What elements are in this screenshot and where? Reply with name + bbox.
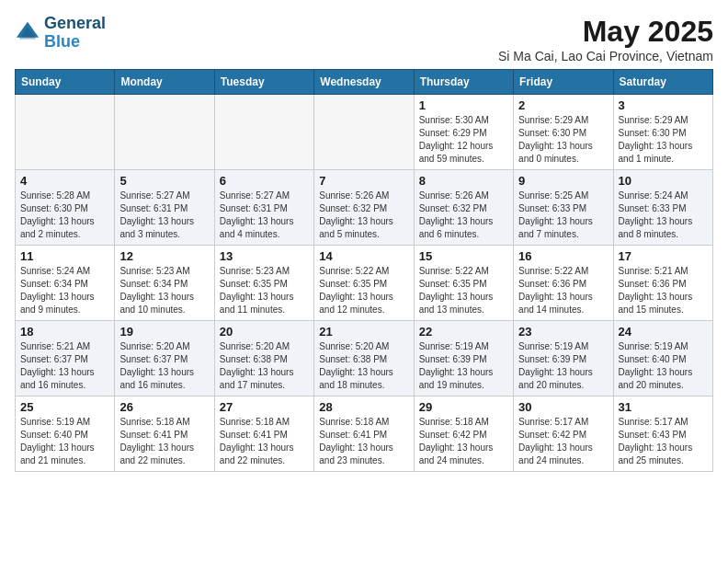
calendar-cell: 5Sunrise: 5:27 AM Sunset: 6:31 PM Daylig… [115,170,214,246]
day-number: 2 [518,98,608,112]
day-info: Sunrise: 5:24 AM Sunset: 6:33 PM Dayligh… [619,190,708,241]
calendar-cell: 17Sunrise: 5:21 AM Sunset: 6:36 PM Dayli… [613,246,712,321]
day-info: Sunrise: 5:19 AM Sunset: 6:39 PM Dayligh… [518,340,608,392]
page-header: General Blue May 2025 Si Ma Cai, Lao Cai… [15,15,713,63]
day-info: Sunrise: 5:17 AM Sunset: 6:42 PM Dayligh… [518,416,608,467]
day-info: Sunrise: 5:18 AM Sunset: 6:41 PM Dayligh… [220,416,309,467]
calendar-cell: 19Sunrise: 5:20 AM Sunset: 6:37 PM Dayli… [115,321,214,396]
calendar-cell [115,95,214,170]
day-number: 9 [518,174,608,188]
calendar-cell: 6Sunrise: 5:27 AM Sunset: 6:31 PM Daylig… [214,170,313,246]
calendar-cell: 15Sunrise: 5:22 AM Sunset: 6:35 PM Dayli… [414,246,513,321]
day-number: 8 [419,174,508,188]
day-number: 29 [419,400,508,414]
month-title: May 2025 [498,15,713,49]
weekday-header-sunday: Sunday [16,70,115,95]
day-info: Sunrise: 5:27 AM Sunset: 6:31 PM Dayligh… [119,190,209,241]
calendar-week-2: 4Sunrise: 5:28 AM Sunset: 6:30 PM Daylig… [16,170,713,246]
calendar-cell: 2Sunrise: 5:29 AM Sunset: 6:30 PM Daylig… [514,95,613,170]
calendar-cell: 29Sunrise: 5:18 AM Sunset: 6:42 PM Dayli… [414,396,513,472]
day-number: 4 [20,174,109,188]
day-number: 25 [20,400,109,414]
day-number: 20 [220,325,309,339]
day-info: Sunrise: 5:18 AM Sunset: 6:41 PM Dayligh… [119,416,209,467]
calendar-cell: 23Sunrise: 5:19 AM Sunset: 6:39 PM Dayli… [514,321,613,396]
calendar-cell: 14Sunrise: 5:22 AM Sunset: 6:35 PM Dayli… [314,246,414,321]
day-info: Sunrise: 5:29 AM Sunset: 6:30 PM Dayligh… [619,114,708,166]
title-area: May 2025 Si Ma Cai, Lao Cai Province, Vi… [498,15,713,63]
calendar-cell: 3Sunrise: 5:29 AM Sunset: 6:30 PM Daylig… [613,95,712,170]
calendar-cell [16,95,115,170]
day-number: 16 [518,249,608,263]
day-info: Sunrise: 5:29 AM Sunset: 6:30 PM Dayligh… [518,114,608,166]
day-number: 30 [518,400,608,414]
weekday-header-row: SundayMondayTuesdayWednesdayThursdayFrid… [16,70,713,95]
day-info: Sunrise: 5:17 AM Sunset: 6:43 PM Dayligh… [619,416,708,467]
day-info: Sunrise: 5:21 AM Sunset: 6:36 PM Dayligh… [619,265,708,316]
day-number: 13 [220,249,309,263]
weekday-header-wednesday: Wednesday [314,70,414,95]
day-number: 15 [419,249,508,263]
calendar-cell: 1Sunrise: 5:30 AM Sunset: 6:29 PM Daylig… [414,95,513,170]
calendar-cell: 18Sunrise: 5:21 AM Sunset: 6:37 PM Dayli… [16,321,115,396]
day-number: 6 [220,174,309,188]
day-number: 3 [619,98,708,112]
day-number: 12 [119,249,209,263]
weekday-header-saturday: Saturday [613,70,712,95]
day-info: Sunrise: 5:22 AM Sunset: 6:35 PM Dayligh… [319,265,408,316]
calendar-cell: 27Sunrise: 5:18 AM Sunset: 6:41 PM Dayli… [214,396,313,472]
calendar-cell: 28Sunrise: 5:18 AM Sunset: 6:41 PM Dayli… [314,396,414,472]
calendar-cell: 13Sunrise: 5:23 AM Sunset: 6:35 PM Dayli… [214,246,313,321]
calendar-cell: 9Sunrise: 5:25 AM Sunset: 6:33 PM Daylig… [514,170,613,246]
day-number: 14 [319,249,408,263]
day-number: 28 [319,400,408,414]
calendar-cell: 4Sunrise: 5:28 AM Sunset: 6:30 PM Daylig… [16,170,115,246]
day-info: Sunrise: 5:28 AM Sunset: 6:30 PM Dayligh… [20,190,109,241]
day-info: Sunrise: 5:25 AM Sunset: 6:33 PM Dayligh… [518,190,608,241]
day-number: 22 [419,325,508,339]
day-info: Sunrise: 5:24 AM Sunset: 6:34 PM Dayligh… [20,265,109,316]
calendar-cell: 20Sunrise: 5:20 AM Sunset: 6:38 PM Dayli… [214,321,313,396]
day-info: Sunrise: 5:23 AM Sunset: 6:35 PM Dayligh… [220,265,309,316]
calendar-cell: 24Sunrise: 5:19 AM Sunset: 6:40 PM Dayli… [613,321,712,396]
calendar-cell: 31Sunrise: 5:17 AM Sunset: 6:43 PM Dayli… [613,396,712,472]
day-number: 11 [20,249,109,263]
day-number: 5 [119,174,209,188]
day-number: 31 [619,400,708,414]
day-info: Sunrise: 5:21 AM Sunset: 6:37 PM Dayligh… [20,340,109,392]
calendar-cell: 30Sunrise: 5:17 AM Sunset: 6:42 PM Dayli… [514,396,613,472]
day-info: Sunrise: 5:23 AM Sunset: 6:34 PM Dayligh… [119,265,209,316]
weekday-header-thursday: Thursday [414,70,513,95]
calendar-cell: 22Sunrise: 5:19 AM Sunset: 6:39 PM Dayli… [414,321,513,396]
calendar-cell: 16Sunrise: 5:22 AM Sunset: 6:36 PM Dayli… [514,246,613,321]
day-number: 10 [619,174,708,188]
day-number: 7 [319,174,408,188]
weekday-header-friday: Friday [514,70,613,95]
day-info: Sunrise: 5:22 AM Sunset: 6:35 PM Dayligh… [419,265,508,316]
day-number: 17 [619,249,708,263]
day-info: Sunrise: 5:22 AM Sunset: 6:36 PM Dayligh… [518,265,608,316]
day-number: 24 [619,325,708,339]
subtitle: Si Ma Cai, Lao Cai Province, Vietnam [498,49,713,63]
calendar-week-5: 25Sunrise: 5:19 AM Sunset: 6:40 PM Dayli… [16,396,713,472]
calendar-cell: 8Sunrise: 5:26 AM Sunset: 6:32 PM Daylig… [414,170,513,246]
day-number: 26 [119,400,209,414]
logo: General Blue [15,15,106,52]
day-number: 27 [220,400,309,414]
day-info: Sunrise: 5:26 AM Sunset: 6:32 PM Dayligh… [319,190,408,241]
weekday-header-tuesday: Tuesday [214,70,313,95]
day-number: 1 [419,98,508,112]
day-number: 21 [319,325,408,339]
calendar-cell [314,95,414,170]
calendar-week-1: 1Sunrise: 5:30 AM Sunset: 6:29 PM Daylig… [16,95,713,170]
day-number: 23 [518,325,608,339]
day-info: Sunrise: 5:18 AM Sunset: 6:42 PM Dayligh… [419,416,508,467]
day-info: Sunrise: 5:20 AM Sunset: 6:38 PM Dayligh… [220,340,309,392]
calendar-cell: 11Sunrise: 5:24 AM Sunset: 6:34 PM Dayli… [16,246,115,321]
logo-icon [15,20,40,46]
day-info: Sunrise: 5:26 AM Sunset: 6:32 PM Dayligh… [419,190,508,241]
calendar-cell: 26Sunrise: 5:18 AM Sunset: 6:41 PM Dayli… [115,396,214,472]
day-info: Sunrise: 5:27 AM Sunset: 6:31 PM Dayligh… [220,190,309,241]
calendar-cell [214,95,313,170]
day-number: 19 [119,325,209,339]
